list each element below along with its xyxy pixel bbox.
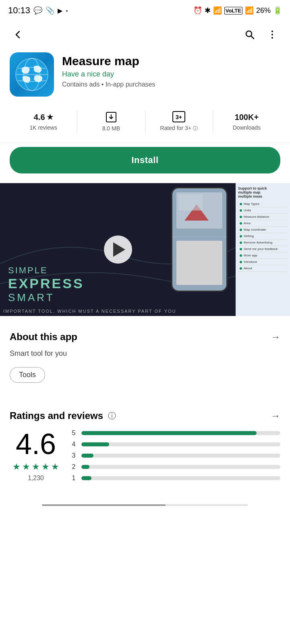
back-button[interactable] xyxy=(8,25,27,44)
downloads-stat: 100K+ Downloads xyxy=(213,109,280,134)
bar-label: 5 xyxy=(70,429,77,437)
rating-stat[interactable]: 4.6 ★ 1K reviews xyxy=(10,109,77,134)
install-section: Install xyxy=(0,143,290,183)
stats-row: 4.6 ★ 1K reviews 8.0 MB 3+ Rated for 3+ … xyxy=(0,105,290,143)
side-menu-item: Measure distance xyxy=(238,214,288,220)
tools-tag[interactable]: Tools xyxy=(10,367,45,383)
screenshot-bottom-text: IMPORTANT TOOL, WHICH MUST A NECESSARY P… xyxy=(0,309,236,314)
big-rating: 4.6 ★ ★ ★ ★ ★ 1,230 xyxy=(10,429,62,482)
side-content: Support to quickmultiple mapmultiple mea… xyxy=(236,183,290,275)
svg-point-4 xyxy=(271,37,273,39)
signal-icon: 📶 xyxy=(245,6,254,15)
volte-icon: VoLTE xyxy=(224,7,242,14)
svg-text:3+: 3+ xyxy=(176,114,182,120)
age-rating-stat: 3+ Rated for 3+ ⓘ xyxy=(145,109,213,134)
top-navigation xyxy=(0,21,290,48)
svg-point-2 xyxy=(271,31,273,32)
app-developer: Have a nice day xyxy=(62,70,280,78)
play-button[interactable] xyxy=(104,235,132,264)
app-info: Measure map Have a nice day Contains ads… xyxy=(62,52,280,88)
ratings-body: 4.6 ★ ★ ★ ★ ★ 1,230 5 4 3 xyxy=(10,429,280,486)
side-title: Support to quickmultiple mapmultiple mea… xyxy=(238,186,288,198)
star-icon: ★ xyxy=(47,113,53,122)
about-arrow[interactable]: → xyxy=(271,331,280,343)
about-header: About this app → xyxy=(10,331,280,343)
screenshot-side[interactable]: Support to quickmultiple mapmultiple mea… xyxy=(236,183,290,316)
bar-fill xyxy=(81,454,93,458)
big-rating-number: 4.6 xyxy=(16,429,56,458)
app-name: Measure map xyxy=(62,54,280,68)
bar-track xyxy=(81,442,280,446)
status-bar: 10:13 💬 📎 ▶ ● ⏰ ✱ 📶 VoLTE 📶 26% 🔋 xyxy=(0,0,290,21)
youtube-icon: ▶ xyxy=(58,7,62,14)
age-rating-label: Rated for 3+ ⓘ xyxy=(160,125,197,132)
star-1: ★ xyxy=(12,462,21,472)
side-menu-item: More app xyxy=(238,252,288,259)
size-label: 8.0 MB xyxy=(102,125,120,132)
about-title: About this app xyxy=(10,331,77,343)
side-menu-item: Send me your feedback xyxy=(238,246,288,252)
alarm-icon: ⏰ xyxy=(193,6,202,15)
reviews-label: 1K reviews xyxy=(29,124,57,131)
scroll-hint-container xyxy=(0,494,290,516)
app-meta: Contains ads • In-app purchases xyxy=(62,81,280,88)
review-count: 1,230 xyxy=(28,475,44,482)
side-menu-item: Map coordinate xyxy=(238,227,288,233)
bar-track xyxy=(81,476,280,480)
scroll-thumb xyxy=(42,504,166,506)
scroll-hint xyxy=(42,504,248,506)
ratings-header: Ratings and reviews ⓘ → xyxy=(10,410,280,421)
info-icon: ⓘ xyxy=(108,411,116,421)
screenshots-section[interactable]: SIMPLE EXPRESS SMART IMPORTANT TOOL, WHI… xyxy=(0,183,290,320)
app-header: Measure map Have a nice day Contains ads… xyxy=(0,48,290,105)
side-menu-item: Remove Advertising xyxy=(238,239,288,246)
ratings-title: Ratings and reviews xyxy=(10,410,103,421)
play-button-overlay[interactable] xyxy=(0,183,236,316)
bar-fill xyxy=(81,431,257,435)
side-menu-item: Area xyxy=(238,220,288,227)
size-stat: 8.0 MB xyxy=(77,109,145,134)
bar-row: 2 xyxy=(70,463,280,471)
more-options-button[interactable] xyxy=(263,25,282,44)
bar-track xyxy=(81,454,280,458)
rating-value: 4.6 ★ xyxy=(34,113,53,122)
bar-fill xyxy=(81,476,91,480)
bar-label: 2 xyxy=(70,463,77,471)
search-button[interactable] xyxy=(240,25,259,44)
wifi-icon: 📶 xyxy=(213,6,222,15)
star-2: ★ xyxy=(22,462,30,472)
battery-icon: 🔋 xyxy=(273,6,282,15)
bar-label: 1 xyxy=(70,475,77,482)
paperclip-icon: 📎 xyxy=(46,6,54,15)
star-half: ★ xyxy=(51,462,59,472)
age-rating-value: 3+ xyxy=(172,111,185,122)
bar-fill xyxy=(81,442,109,446)
ratings-section: Ratings and reviews ⓘ → 4.6 ★ ★ ★ ★ ★ 1,… xyxy=(0,399,290,494)
side-menu-item: About xyxy=(238,265,288,272)
screenshot-video[interactable]: SIMPLE EXPRESS SMART IMPORTANT TOOL, WHI… xyxy=(0,183,236,316)
svg-point-3 xyxy=(271,34,273,35)
bar-row: 5 xyxy=(70,429,280,437)
whatsapp-icon: 💬 xyxy=(33,6,42,15)
downloads-label: Downloads xyxy=(233,124,261,131)
bar-fill xyxy=(81,465,89,469)
bar-label: 4 xyxy=(70,441,77,448)
battery-percent: 26% xyxy=(256,6,271,15)
downloads-value: 100K+ xyxy=(235,113,259,122)
bar-label: 3 xyxy=(70,452,77,459)
side-menu-item: Units xyxy=(238,207,288,214)
install-button[interactable]: Install xyxy=(10,147,280,173)
bluetooth-icon: ✱ xyxy=(205,6,211,15)
app-icon xyxy=(10,52,54,97)
side-menu-item: Map Types xyxy=(238,201,288,207)
star-3: ★ xyxy=(32,462,40,472)
rating-bars: 5 4 3 2 1 xyxy=(70,429,280,486)
star-4: ★ xyxy=(41,462,50,472)
bar-row: 1 xyxy=(70,475,280,482)
dot-indicator: ● xyxy=(66,8,68,13)
bar-track xyxy=(81,465,280,469)
about-description: Smart tool for you xyxy=(10,348,280,359)
status-time: 10:13 xyxy=(8,5,30,16)
ratings-arrow[interactable]: → xyxy=(271,410,280,421)
side-menu: Map TypesUnitsMeasure distanceAreaMap co… xyxy=(238,201,288,272)
